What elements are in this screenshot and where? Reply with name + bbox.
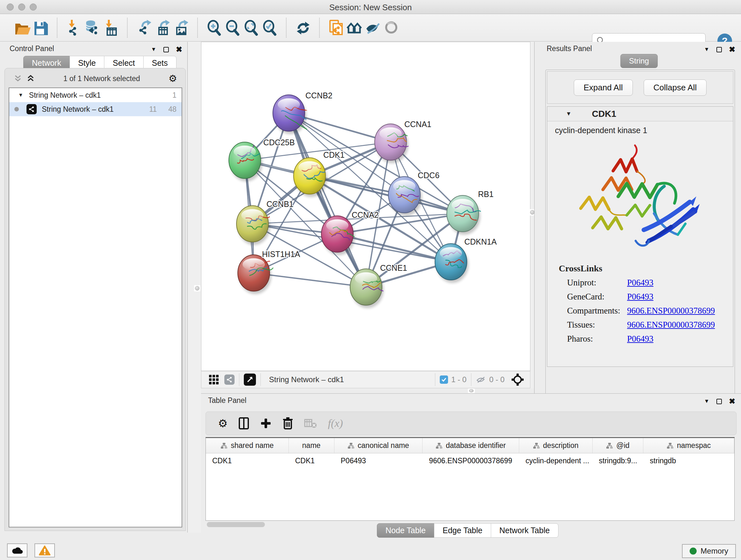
results-panel-float-icon[interactable]	[717, 47, 722, 52]
table-cell[interactable]: P06493	[334, 453, 423, 468]
tab-string[interactable]: String	[620, 54, 658, 68]
crosslink-link[interactable]: 9606.ENSP00000378699	[627, 320, 715, 330]
crosslinks-list: Uniprot:P06493GeneCard:P06493Compartment…	[547, 278, 733, 344]
crosslink-link[interactable]: P06493	[627, 292, 654, 302]
network-view-canvas[interactable]: CCNB2 CCNA1 CDC25B CDK1 CDC6 RB1 CCNB1 C…	[201, 42, 530, 371]
zoom-selected-icon[interactable]	[260, 18, 279, 37]
cloud-button[interactable]	[7, 543, 27, 557]
add-column-icon[interactable]	[260, 418, 272, 429]
selected-count: 1 - 0	[451, 375, 467, 384]
home-layout-icon[interactable]	[345, 18, 364, 37]
network-node-CDKN1A[interactable]	[435, 244, 468, 283]
control-panel-close-icon[interactable]: ✖	[176, 45, 182, 54]
refresh-network-icon[interactable]	[293, 18, 312, 37]
tab-node-table[interactable]: Node Table	[377, 523, 434, 538]
column-header-description[interactable]: description	[519, 438, 593, 453]
control-panel-float-icon[interactable]	[163, 47, 169, 52]
table-hscrollbar-thumb[interactable]	[207, 522, 265, 527]
tree-expand-icon[interactable]: ▼	[18, 92, 23, 98]
network-edge-CCNB2-CCNE1[interactable]	[289, 113, 366, 287]
right-splitter[interactable]	[530, 42, 534, 393]
table-gear-icon[interactable]: ⚙	[218, 418, 227, 429]
column-header-@id[interactable]: @id	[593, 438, 644, 453]
protein-structure-image	[562, 138, 712, 262]
network-share-view-icon[interactable]	[224, 374, 234, 385]
open-session-icon[interactable]	[13, 18, 31, 37]
warnings-button[interactable]	[35, 543, 55, 557]
section-collapse-icon[interactable]: ▼	[566, 111, 571, 117]
hide-panels-icon[interactable]	[364, 18, 382, 37]
network-item-label: String Network – cdk1	[42, 105, 114, 114]
import-database-icon[interactable]	[83, 18, 102, 37]
network-node-CCNA2[interactable]	[321, 216, 355, 255]
table-cell[interactable]: CDK1	[289, 453, 334, 468]
network-node-CCNE1[interactable]	[350, 269, 384, 308]
save-session-icon[interactable]	[31, 18, 50, 37]
crosslink-link[interactable]: P06493	[627, 278, 654, 288]
column-header-database-identifier[interactable]: database identifier	[422, 438, 519, 453]
table-panel-menu-icon[interactable]: ▼	[704, 398, 710, 405]
column-header-shared-name[interactable]: shared name	[206, 438, 289, 453]
table-cell[interactable]: 9606.ENSP00000378699	[422, 453, 519, 468]
network-tree-item-row[interactable]: String Network – cdk1 11 48	[9, 102, 182, 116]
network-tree-root-row[interactable]: ▼ String Network – cdk1 1	[9, 88, 182, 102]
table-cell[interactable]: cyclin-dependent ...	[519, 453, 593, 468]
gene-section-header[interactable]: ▼ CDK1	[547, 107, 733, 121]
network-node-RB1[interactable]	[447, 195, 481, 235]
node-label-HIST1H1A: HIST1H1A	[262, 250, 300, 259]
column-header-name[interactable]: name	[289, 438, 334, 453]
show-panels-icon[interactable]	[382, 18, 401, 37]
import-table-icon[interactable]	[102, 18, 120, 37]
expand-all-icon[interactable]	[26, 74, 35, 83]
export-image-icon[interactable]	[172, 18, 190, 37]
network-node-CCNB2[interactable]	[273, 95, 307, 134]
columns-icon[interactable]	[239, 417, 249, 430]
control-panel: Control Panel ▼ ✖ NetworkStyleSelectSets…	[3, 42, 188, 533]
memory-button[interactable]: Memory	[682, 544, 736, 558]
collapse-all-icon[interactable]	[14, 74, 22, 83]
network-node-CDK1[interactable]	[293, 158, 327, 197]
results-panel-menu-icon[interactable]: ▼	[704, 46, 710, 53]
memory-label: Memory	[700, 547, 728, 556]
expand-all-button[interactable]: Expand All	[574, 79, 633, 96]
column-header-namespac[interactable]: namespac	[643, 438, 734, 453]
network-tree: ▼ String Network – cdk1 1 String Network…	[9, 87, 182, 527]
column-header-canonical-name[interactable]: canonical name	[334, 438, 423, 453]
left-splitter-handle[interactable]	[194, 285, 200, 292]
gear-icon[interactable]: ⚙	[169, 74, 177, 83]
tab-network-table[interactable]: Network Table	[491, 523, 558, 538]
table-panel-float-icon[interactable]	[717, 399, 722, 404]
table-cell[interactable]: CDK1	[206, 453, 289, 468]
import-network-icon[interactable]	[64, 18, 83, 37]
crosslink-label: GeneCard:	[567, 292, 627, 302]
delete-column-icon[interactable]	[282, 417, 293, 430]
export-table-icon[interactable]	[153, 18, 172, 37]
network-node-HIST1H1A[interactable]	[238, 255, 273, 294]
control-panel-menu-icon[interactable]: ▼	[151, 46, 156, 53]
export-network-icon[interactable]	[135, 18, 153, 37]
table-panel-close-icon[interactable]: ✖	[729, 397, 735, 406]
horizontal-splitter-handle[interactable]	[468, 388, 475, 393]
tab-edge-table[interactable]: Edge Table	[434, 523, 491, 538]
hidden-eye-icon[interactable]	[476, 375, 486, 384]
table-tabs: Node TableEdge TableNetwork Table	[377, 523, 558, 538]
gene-section: ▼ CDK1 cyclin-dependent kinase 1	[547, 106, 733, 367]
zoom-fit-icon[interactable]	[242, 18, 260, 37]
grid-view-icon[interactable]	[208, 374, 219, 385]
table-cell[interactable]: stringdb:9...	[593, 453, 644, 468]
selected-checkbox-icon[interactable]	[440, 375, 448, 384]
table-cell[interactable]: stringdb	[643, 453, 734, 468]
crosslink-link[interactable]: P06493	[627, 334, 654, 344]
duplicate-view-icon[interactable]	[327, 18, 345, 37]
network-node-CCNA1[interactable]	[375, 124, 408, 163]
table-row[interactable]: CDK1CDK1P064939606.ENSP00000378699cyclin…	[206, 453, 734, 468]
collapse-all-button[interactable]: Collapse All	[644, 79, 707, 96]
zoom-in-icon[interactable]	[205, 18, 223, 37]
crosslink-link[interactable]: 9606.ENSP00000378699	[627, 306, 715, 316]
results-panel-close-icon[interactable]: ✖	[729, 45, 735, 54]
zoom-out-icon[interactable]	[223, 18, 242, 37]
birds-eye-view-icon[interactable]	[244, 374, 256, 386]
network-view-title: String Network – cdk1	[269, 375, 344, 384]
fit-selected-crosshair-icon[interactable]	[511, 373, 524, 386]
network-node-CDC6[interactable]	[388, 177, 422, 216]
